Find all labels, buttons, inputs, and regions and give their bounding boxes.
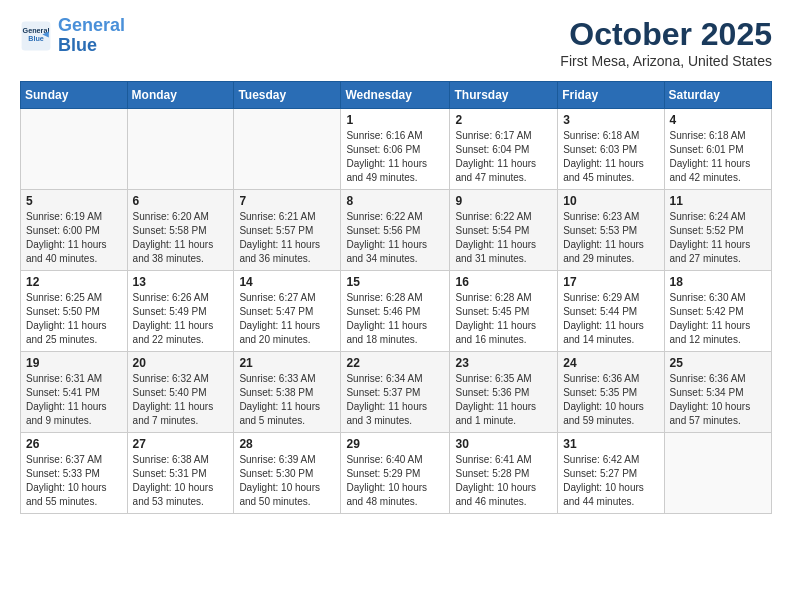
- day-number: 28: [239, 437, 335, 451]
- day-number: 19: [26, 356, 122, 370]
- calendar-cell: 2Sunrise: 6:17 AM Sunset: 6:04 PM Daylig…: [450, 109, 558, 190]
- cell-info: Sunrise: 6:30 AM Sunset: 5:42 PM Dayligh…: [670, 291, 766, 347]
- cell-info: Sunrise: 6:42 AM Sunset: 5:27 PM Dayligh…: [563, 453, 658, 509]
- day-number: 17: [563, 275, 658, 289]
- cell-info: Sunrise: 6:38 AM Sunset: 5:31 PM Dayligh…: [133, 453, 229, 509]
- calendar-cell: 24Sunrise: 6:36 AM Sunset: 5:35 PM Dayli…: [558, 352, 664, 433]
- calendar-cell: 21Sunrise: 6:33 AM Sunset: 5:38 PM Dayli…: [234, 352, 341, 433]
- logo-icon: General Blue: [20, 20, 52, 52]
- day-number: 29: [346, 437, 444, 451]
- weekday-monday: Monday: [127, 82, 234, 109]
- logo-text: GeneralBlue: [58, 16, 125, 56]
- calendar-week-5: 26Sunrise: 6:37 AM Sunset: 5:33 PM Dayli…: [21, 433, 772, 514]
- calendar-cell: 7Sunrise: 6:21 AM Sunset: 5:57 PM Daylig…: [234, 190, 341, 271]
- day-number: 2: [455, 113, 552, 127]
- cell-info: Sunrise: 6:17 AM Sunset: 6:04 PM Dayligh…: [455, 129, 552, 185]
- day-number: 1: [346, 113, 444, 127]
- cell-info: Sunrise: 6:31 AM Sunset: 5:41 PM Dayligh…: [26, 372, 122, 428]
- day-number: 4: [670, 113, 766, 127]
- calendar-week-4: 19Sunrise: 6:31 AM Sunset: 5:41 PM Dayli…: [21, 352, 772, 433]
- day-number: 21: [239, 356, 335, 370]
- cell-info: Sunrise: 6:22 AM Sunset: 5:56 PM Dayligh…: [346, 210, 444, 266]
- calendar-cell: 3Sunrise: 6:18 AM Sunset: 6:03 PM Daylig…: [558, 109, 664, 190]
- cell-info: Sunrise: 6:26 AM Sunset: 5:49 PM Dayligh…: [133, 291, 229, 347]
- cell-info: Sunrise: 6:24 AM Sunset: 5:52 PM Dayligh…: [670, 210, 766, 266]
- day-number: 15: [346, 275, 444, 289]
- location: First Mesa, Arizona, United States: [560, 53, 772, 69]
- day-number: 5: [26, 194, 122, 208]
- cell-info: Sunrise: 6:41 AM Sunset: 5:28 PM Dayligh…: [455, 453, 552, 509]
- weekday-saturday: Saturday: [664, 82, 771, 109]
- calendar-cell: 19Sunrise: 6:31 AM Sunset: 5:41 PM Dayli…: [21, 352, 128, 433]
- calendar-cell: 4Sunrise: 6:18 AM Sunset: 6:01 PM Daylig…: [664, 109, 771, 190]
- day-number: 10: [563, 194, 658, 208]
- cell-info: Sunrise: 6:22 AM Sunset: 5:54 PM Dayligh…: [455, 210, 552, 266]
- cell-info: Sunrise: 6:32 AM Sunset: 5:40 PM Dayligh…: [133, 372, 229, 428]
- calendar-week-1: 1Sunrise: 6:16 AM Sunset: 6:06 PM Daylig…: [21, 109, 772, 190]
- cell-info: Sunrise: 6:20 AM Sunset: 5:58 PM Dayligh…: [133, 210, 229, 266]
- calendar-cell: 28Sunrise: 6:39 AM Sunset: 5:30 PM Dayli…: [234, 433, 341, 514]
- calendar-cell: 17Sunrise: 6:29 AM Sunset: 5:44 PM Dayli…: [558, 271, 664, 352]
- cell-info: Sunrise: 6:36 AM Sunset: 5:34 PM Dayligh…: [670, 372, 766, 428]
- day-number: 7: [239, 194, 335, 208]
- calendar-cell: 9Sunrise: 6:22 AM Sunset: 5:54 PM Daylig…: [450, 190, 558, 271]
- weekday-header-row: SundayMondayTuesdayWednesdayThursdayFrid…: [21, 82, 772, 109]
- calendar-cell: 22Sunrise: 6:34 AM Sunset: 5:37 PM Dayli…: [341, 352, 450, 433]
- logo: General Blue GeneralBlue: [20, 16, 125, 56]
- calendar-week-3: 12Sunrise: 6:25 AM Sunset: 5:50 PM Dayli…: [21, 271, 772, 352]
- calendar-cell: [127, 109, 234, 190]
- title-block: October 2025 First Mesa, Arizona, United…: [560, 16, 772, 69]
- cell-info: Sunrise: 6:21 AM Sunset: 5:57 PM Dayligh…: [239, 210, 335, 266]
- calendar-cell: 6Sunrise: 6:20 AM Sunset: 5:58 PM Daylig…: [127, 190, 234, 271]
- page-header: General Blue GeneralBlue October 2025 Fi…: [20, 16, 772, 69]
- day-number: 20: [133, 356, 229, 370]
- weekday-tuesday: Tuesday: [234, 82, 341, 109]
- weekday-wednesday: Wednesday: [341, 82, 450, 109]
- calendar-cell: 1Sunrise: 6:16 AM Sunset: 6:06 PM Daylig…: [341, 109, 450, 190]
- calendar-cell: [664, 433, 771, 514]
- day-number: 18: [670, 275, 766, 289]
- calendar-cell: [234, 109, 341, 190]
- cell-info: Sunrise: 6:27 AM Sunset: 5:47 PM Dayligh…: [239, 291, 335, 347]
- weekday-friday: Friday: [558, 82, 664, 109]
- calendar-cell: 23Sunrise: 6:35 AM Sunset: 5:36 PM Dayli…: [450, 352, 558, 433]
- cell-info: Sunrise: 6:19 AM Sunset: 6:00 PM Dayligh…: [26, 210, 122, 266]
- cell-info: Sunrise: 6:40 AM Sunset: 5:29 PM Dayligh…: [346, 453, 444, 509]
- calendar-cell: 31Sunrise: 6:42 AM Sunset: 5:27 PM Dayli…: [558, 433, 664, 514]
- calendar-cell: 15Sunrise: 6:28 AM Sunset: 5:46 PM Dayli…: [341, 271, 450, 352]
- day-number: 16: [455, 275, 552, 289]
- cell-info: Sunrise: 6:28 AM Sunset: 5:46 PM Dayligh…: [346, 291, 444, 347]
- cell-info: Sunrise: 6:23 AM Sunset: 5:53 PM Dayligh…: [563, 210, 658, 266]
- day-number: 23: [455, 356, 552, 370]
- day-number: 6: [133, 194, 229, 208]
- day-number: 8: [346, 194, 444, 208]
- month-title: October 2025: [560, 16, 772, 53]
- calendar-cell: 20Sunrise: 6:32 AM Sunset: 5:40 PM Dayli…: [127, 352, 234, 433]
- day-number: 26: [26, 437, 122, 451]
- calendar-cell: 27Sunrise: 6:38 AM Sunset: 5:31 PM Dayli…: [127, 433, 234, 514]
- day-number: 31: [563, 437, 658, 451]
- cell-info: Sunrise: 6:18 AM Sunset: 6:01 PM Dayligh…: [670, 129, 766, 185]
- calendar-table: SundayMondayTuesdayWednesdayThursdayFrid…: [20, 81, 772, 514]
- calendar-cell: 8Sunrise: 6:22 AM Sunset: 5:56 PM Daylig…: [341, 190, 450, 271]
- weekday-thursday: Thursday: [450, 82, 558, 109]
- day-number: 25: [670, 356, 766, 370]
- cell-info: Sunrise: 6:35 AM Sunset: 5:36 PM Dayligh…: [455, 372, 552, 428]
- cell-info: Sunrise: 6:37 AM Sunset: 5:33 PM Dayligh…: [26, 453, 122, 509]
- calendar-cell: 16Sunrise: 6:28 AM Sunset: 5:45 PM Dayli…: [450, 271, 558, 352]
- cell-info: Sunrise: 6:29 AM Sunset: 5:44 PM Dayligh…: [563, 291, 658, 347]
- cell-info: Sunrise: 6:39 AM Sunset: 5:30 PM Dayligh…: [239, 453, 335, 509]
- calendar-cell: 30Sunrise: 6:41 AM Sunset: 5:28 PM Dayli…: [450, 433, 558, 514]
- calendar-cell: 14Sunrise: 6:27 AM Sunset: 5:47 PM Dayli…: [234, 271, 341, 352]
- cell-info: Sunrise: 6:34 AM Sunset: 5:37 PM Dayligh…: [346, 372, 444, 428]
- calendar-cell: 26Sunrise: 6:37 AM Sunset: 5:33 PM Dayli…: [21, 433, 128, 514]
- svg-text:Blue: Blue: [28, 34, 44, 43]
- day-number: 22: [346, 356, 444, 370]
- day-number: 12: [26, 275, 122, 289]
- calendar-cell: 5Sunrise: 6:19 AM Sunset: 6:00 PM Daylig…: [21, 190, 128, 271]
- cell-info: Sunrise: 6:25 AM Sunset: 5:50 PM Dayligh…: [26, 291, 122, 347]
- calendar-cell: 11Sunrise: 6:24 AM Sunset: 5:52 PM Dayli…: [664, 190, 771, 271]
- day-number: 27: [133, 437, 229, 451]
- calendar-cell: 25Sunrise: 6:36 AM Sunset: 5:34 PM Dayli…: [664, 352, 771, 433]
- calendar-cell: 12Sunrise: 6:25 AM Sunset: 5:50 PM Dayli…: [21, 271, 128, 352]
